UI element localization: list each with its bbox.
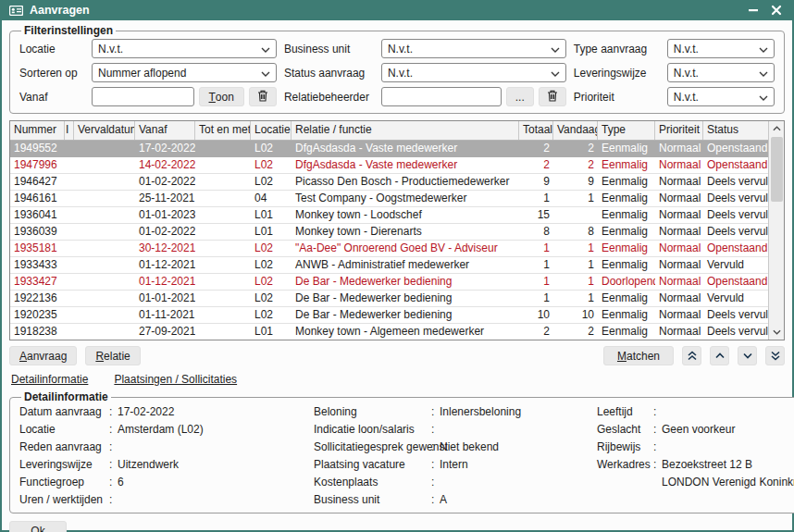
cell: Eenmalig bbox=[598, 241, 655, 256]
ok-button[interactable]: Ok bbox=[9, 521, 67, 532]
tab-detailinformatie[interactable]: Detailinformatie bbox=[11, 373, 88, 386]
prioriteit-label: Prioriteit bbox=[574, 91, 660, 104]
column-header[interactable]: I bbox=[65, 121, 74, 140]
detail-field: Plaatsing vacature:Intern bbox=[314, 458, 580, 471]
cell: 01-02-2022 bbox=[135, 174, 195, 190]
table-row[interactable]: 194642701-02-2022L02Picasso Den Bosch - … bbox=[10, 174, 768, 191]
leveringswijze-select[interactable]: N.v.t. bbox=[667, 63, 775, 82]
table-row[interactable]: 191823827-09-2021L01Monkey town - Algeme… bbox=[10, 324, 768, 340]
chevron-down-icon bbox=[743, 353, 752, 359]
cell: Monkey town - Dierenarts bbox=[292, 224, 519, 240]
minimize-button[interactable] bbox=[745, 3, 762, 18]
cell: Normaal bbox=[655, 324, 703, 340]
cell: 1936039 bbox=[10, 224, 65, 240]
cell: De Bar - Medewerker bediening bbox=[292, 307, 519, 323]
cell: 9 bbox=[553, 174, 598, 190]
column-header[interactable]: Nummer bbox=[10, 121, 65, 140]
locatie-select[interactable]: N.v.t. bbox=[92, 39, 277, 58]
column-header[interactable]: Status bbox=[703, 121, 768, 140]
table-row[interactable]: 193343301-12-2021L02ANWB - Administratie… bbox=[10, 257, 768, 274]
cell: L02 bbox=[251, 174, 292, 190]
table-row[interactable]: 193342701-12-2021L02De Bar - Medewerker … bbox=[10, 274, 768, 291]
business-unit-select[interactable]: N.v.t. bbox=[381, 39, 566, 58]
cell: Openstaand bbox=[703, 157, 768, 173]
previous-record-button[interactable] bbox=[710, 346, 729, 365]
scroll-down-icon[interactable] bbox=[769, 325, 785, 340]
toon-button[interactable]: Toon bbox=[199, 87, 244, 106]
cell: 2 bbox=[519, 157, 553, 173]
clear-vanaf-button[interactable] bbox=[249, 87, 277, 106]
sorteren-op-select[interactable]: Nummer aflopend bbox=[92, 63, 277, 82]
detail-field: LONDON Verenigd Koninkrijk bbox=[597, 476, 794, 489]
table-row[interactable]: 193518130-12-2021L02"Aa-Dee" Onroerend G… bbox=[10, 241, 768, 257]
trash-icon bbox=[257, 90, 268, 105]
column-header[interactable]: Type bbox=[598, 121, 655, 140]
aanvragen-table: NummerIVervaldatumVanafTot en metLocatie… bbox=[9, 120, 785, 340]
cell: 9 bbox=[519, 174, 553, 190]
clear-relatiebeheerder-button[interactable] bbox=[539, 87, 566, 106]
relatiebeheerder-input[interactable] bbox=[381, 87, 502, 106]
detail-field: Rijbewijs: bbox=[597, 440, 794, 453]
table-scrollbar[interactable] bbox=[768, 121, 784, 340]
table-row[interactable]: 194799614-02-2022L02DfgAsdasda - Vaste m… bbox=[10, 157, 768, 174]
cell bbox=[74, 157, 135, 173]
table-row[interactable]: 193603901-02-2022L01Monkey town - Dieren… bbox=[10, 224, 768, 241]
column-header[interactable]: Tot en met bbox=[195, 121, 251, 140]
cell: De Bar - Medewerker bediening bbox=[292, 291, 519, 306]
cell: 2 bbox=[553, 157, 598, 173]
cell bbox=[65, 141, 74, 156]
filter-groupbox: Filterinstellingen Locatie N.v.t. Busine… bbox=[9, 24, 785, 114]
table-row[interactable]: 193604101-01-2023L01Monkey town - Loodsc… bbox=[10, 207, 768, 224]
column-header[interactable]: Locatie bbox=[251, 121, 292, 140]
vanaf-input[interactable] bbox=[92, 87, 194, 106]
window-title: Aanvragen bbox=[30, 4, 738, 17]
table-row[interactable]: 194955217-02-2022L02DfgAsdasda - Vaste m… bbox=[10, 141, 768, 157]
prioriteit-select[interactable]: N.v.t. bbox=[667, 87, 775, 106]
column-header[interactable]: Relatie / functie bbox=[292, 121, 519, 140]
cell: 1922136 bbox=[10, 291, 65, 306]
next-record-button[interactable] bbox=[738, 346, 757, 365]
cell bbox=[65, 307, 74, 323]
close-button[interactable] bbox=[768, 3, 785, 18]
column-header[interactable]: Prioriteit bbox=[655, 121, 703, 140]
scrollbar-thumb[interactable] bbox=[771, 137, 783, 202]
type-aanvraag-label: Type aanvraag bbox=[574, 43, 660, 56]
cell: Normaal bbox=[655, 224, 703, 240]
double-chevron-up-icon bbox=[688, 351, 697, 361]
chevron-down-icon bbox=[261, 43, 270, 56]
browse-relatiebeheerder-button[interactable]: ... bbox=[506, 87, 534, 106]
chevron-down-icon bbox=[759, 43, 768, 56]
relatie-button[interactable]: Relatie bbox=[85, 346, 140, 365]
status-aanvraag-select[interactable]: N.v.t. bbox=[381, 63, 566, 82]
cell: 1933433 bbox=[10, 257, 65, 273]
scroll-up-icon[interactable] bbox=[769, 121, 785, 136]
matchen-button[interactable]: Matchen bbox=[603, 346, 674, 365]
first-record-button[interactable] bbox=[682, 346, 701, 365]
column-header[interactable]: Vervaldatum bbox=[74, 121, 135, 140]
cell: Normaal bbox=[655, 291, 703, 306]
aanvraag-button[interactable]: Aanvraag bbox=[9, 346, 77, 365]
column-header[interactable]: Vanaf bbox=[135, 121, 195, 140]
column-header[interactable]: Totaal bbox=[519, 121, 553, 140]
cell bbox=[195, 174, 251, 190]
table-row[interactable]: 192023501-11-2021L02De Bar - Medewerker … bbox=[10, 307, 768, 324]
cell bbox=[74, 241, 135, 256]
type-aanvraag-select[interactable]: N.v.t. bbox=[667, 39, 775, 58]
detail-column: Leeftijd:Geslacht:Geen voorkeurRijbewijs… bbox=[597, 405, 794, 506]
cell: 1 bbox=[553, 257, 598, 273]
cell: Monkey town - Algemeen medewerker bbox=[292, 324, 519, 340]
cell: De Bar - Medewerker bediening bbox=[292, 274, 519, 290]
table-row[interactable]: 194616125-11-202104Test Company - Oogstm… bbox=[10, 191, 768, 207]
tab-plaatsingen-sollicitaties[interactable]: Plaatsingen / Sollicitaties bbox=[114, 373, 237, 386]
table-row[interactable]: 192213601-01-2021L02De Bar - Medewerker … bbox=[10, 291, 768, 307]
cell: Normaal bbox=[655, 307, 703, 323]
column-header[interactable]: Vandaag bbox=[553, 121, 598, 140]
cell: 10 bbox=[553, 307, 598, 323]
cell: 01-01-2023 bbox=[135, 207, 195, 223]
cell bbox=[65, 224, 74, 240]
last-record-button[interactable] bbox=[765, 346, 785, 365]
cell: L01 bbox=[251, 324, 292, 340]
cell bbox=[195, 274, 251, 290]
cell: Eenmalig bbox=[598, 141, 655, 156]
cell: ANWB - Administratief medewerker bbox=[292, 257, 519, 273]
